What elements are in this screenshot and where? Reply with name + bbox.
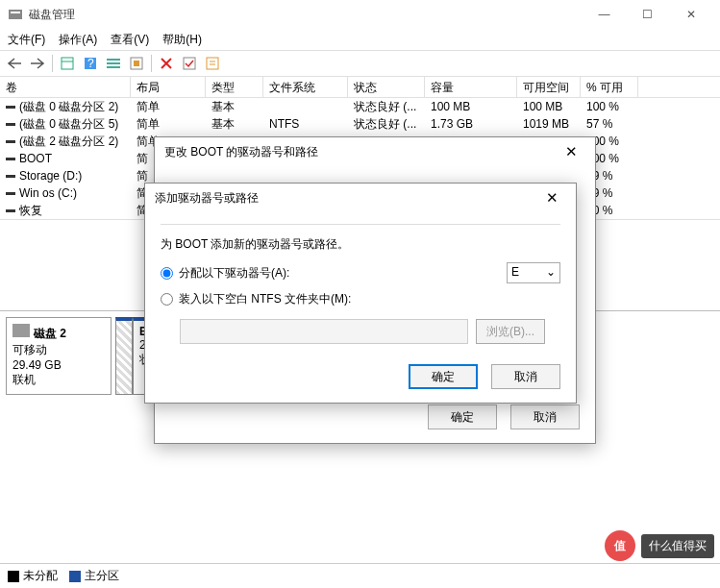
dialog2-cancel-button[interactable]: 取消	[491, 364, 560, 389]
col-free[interactable]: 可用空间	[517, 77, 581, 97]
add-drive-letter-dialog: 添加驱动器号或路径 ✕ 为 BOOT 添加新的驱动器号或路径。 分配以下驱动器号…	[144, 183, 577, 404]
svg-rect-0	[9, 10, 22, 19]
window-title: 磁盘管理	[29, 7, 583, 23]
svg-rect-7	[107, 62, 120, 64]
disk-status: 联机	[12, 372, 105, 388]
menu-file[interactable]: 文件(F)	[8, 32, 45, 48]
col-type[interactable]: 类型	[206, 77, 263, 97]
mount-path-input	[180, 319, 468, 344]
col-layout[interactable]: 布局	[131, 77, 206, 97]
svg-rect-2	[62, 58, 73, 69]
disk-info[interactable]: 磁盘 2 可移动 29.49 GB 联机	[6, 317, 112, 395]
assign-letter-label: 分配以下驱动器号(A):	[179, 265, 289, 282]
watermark-text: 什么值得买	[641, 534, 714, 558]
check-icon[interactable]	[179, 53, 200, 74]
dialog1-title: 更改 BOOT 的驱动器号和路径	[164, 144, 318, 160]
legend-primary: 主分区	[85, 569, 119, 582]
dialog1-ok-button[interactable]: 确定	[428, 404, 497, 429]
titlebar: 磁盘管理 — ☐ ✕	[0, 0, 720, 29]
col-cap[interactable]: 容量	[425, 77, 517, 97]
mount-folder-radio[interactable]	[161, 293, 173, 306]
col-fs[interactable]: 文件系统	[263, 77, 348, 97]
app-icon	[8, 7, 23, 22]
menu-action[interactable]: 操作(A)	[59, 32, 97, 48]
delete-icon[interactable]	[156, 53, 177, 74]
assign-letter-radio[interactable]	[161, 267, 173, 280]
dialog2-ok-button[interactable]: 确定	[409, 364, 478, 389]
col-pct[interactable]: % 可用	[581, 77, 638, 97]
col-status[interactable]: 状态	[348, 77, 425, 97]
menubar: 文件(F) 操作(A) 查看(V) 帮助(H)	[0, 29, 720, 50]
drive-letter-select[interactable]: E ⌄	[507, 262, 560, 283]
legend-primary-swatch	[69, 571, 81, 582]
svg-rect-8	[107, 66, 120, 68]
table-row[interactable]: (磁盘 0 磁盘分区 2)简单基本状态良好 (...100 MB100 MB10…	[0, 98, 720, 115]
col-volume[interactable]: 卷	[0, 77, 131, 97]
svg-rect-10	[134, 61, 139, 66]
dialog2-close-icon[interactable]: ✕	[537, 189, 566, 207]
props-icon[interactable]	[202, 53, 223, 74]
svg-rect-12	[207, 58, 218, 69]
settings-icon[interactable]	[126, 53, 147, 74]
view-icon[interactable]	[57, 53, 78, 74]
svg-text:?: ?	[87, 57, 94, 70]
disk-icon	[12, 324, 30, 337]
svg-rect-11	[184, 58, 195, 69]
dialog2-desc: 为 BOOT 添加新的驱动器号或路径。	[161, 236, 560, 253]
table-row[interactable]: (磁盘 0 磁盘分区 5)简单基本NTFS状态良好 (...1.73 GB101…	[0, 115, 720, 133]
dialog2-title: 添加驱动器号或路径	[155, 190, 259, 207]
maximize-button[interactable]: ☐	[626, 0, 669, 29]
disk-name: 磁盘 2	[34, 327, 66, 340]
legend: 未分配 主分区	[0, 563, 720, 588]
list-icon[interactable]	[103, 53, 124, 74]
dialog1-close-icon[interactable]: ✕	[557, 143, 585, 160]
mount-folder-label: 装入以下空白 NTFS 文件夹中(M):	[179, 291, 351, 307]
toolbar: ?	[0, 50, 720, 77]
watermark: 值 什么值得买	[605, 530, 714, 561]
help-icon[interactable]: ?	[80, 53, 101, 74]
back-icon[interactable]	[4, 53, 25, 74]
menu-view[interactable]: 查看(V)	[111, 32, 149, 48]
legend-unalloc-swatch	[8, 571, 19, 582]
disk-size: 29.49 GB	[12, 358, 105, 372]
svg-rect-1	[11, 12, 20, 13]
dialog1-cancel-button[interactable]: 取消	[510, 404, 580, 429]
forward-icon[interactable]	[27, 53, 48, 74]
menu-help[interactable]: 帮助(H)	[162, 32, 202, 48]
legend-unalloc: 未分配	[23, 569, 58, 582]
minimize-button[interactable]: —	[583, 0, 626, 29]
close-button[interactable]: ✕	[669, 0, 712, 29]
partition-gap[interactable]	[115, 317, 133, 395]
chevron-down-icon: ⌄	[546, 265, 556, 279]
browse-button: 浏览(B)...	[476, 319, 545, 344]
disk-type: 可移动	[12, 342, 105, 358]
svg-rect-6	[107, 59, 120, 61]
watermark-icon: 值	[605, 530, 635, 561]
